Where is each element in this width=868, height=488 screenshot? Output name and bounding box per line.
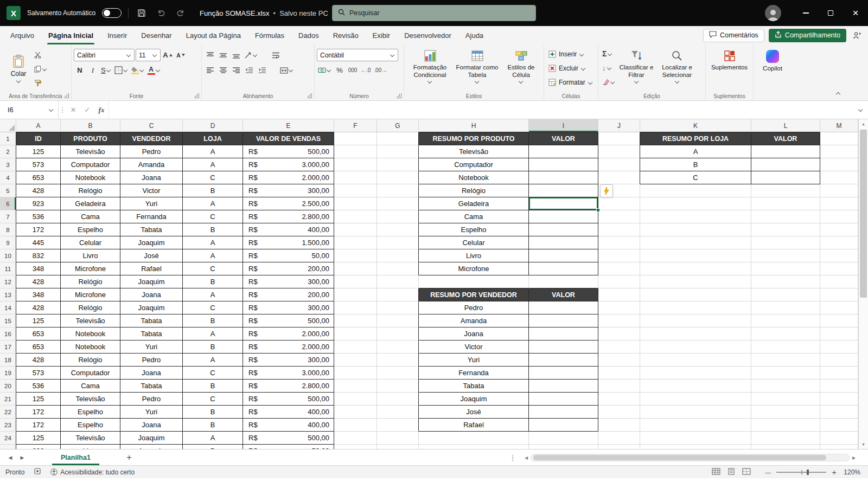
row-header-24[interactable]: 24 bbox=[0, 432, 16, 445]
decrease-indent-button[interactable] bbox=[243, 64, 255, 76]
page-break-view-button[interactable] bbox=[742, 468, 751, 477]
cell-D3[interactable]: A bbox=[183, 158, 243, 171]
row-header-25[interactable]: 25 bbox=[0, 445, 16, 449]
cell-F17[interactable] bbox=[334, 341, 377, 354]
cell-K21[interactable] bbox=[640, 393, 751, 406]
cell-J6[interactable] bbox=[598, 197, 640, 210]
row-header-18[interactable]: 18 bbox=[0, 354, 16, 367]
cell-I13[interactable]: VALOR bbox=[529, 288, 598, 301]
cell-C22[interactable]: Yuri bbox=[120, 406, 183, 419]
cell-C14[interactable]: Joaquim bbox=[120, 301, 183, 314]
cell-G4[interactable] bbox=[377, 171, 419, 184]
cell-D14[interactable]: C bbox=[183, 301, 243, 314]
cell-G2[interactable] bbox=[377, 145, 419, 158]
cell-A18[interactable]: 428 bbox=[16, 354, 61, 367]
cell-G1[interactable] bbox=[377, 132, 419, 145]
cell-E1[interactable]: VALOR DE VENDAS bbox=[243, 132, 334, 145]
search-box[interactable]: Pesquisar bbox=[332, 5, 536, 21]
cell-I11[interactable] bbox=[529, 262, 598, 275]
horizontal-scroll-thumb[interactable] bbox=[533, 455, 826, 460]
cell-I6[interactable] bbox=[529, 197, 598, 210]
ribbon-tab-página-inicial[interactable]: Página Inicial bbox=[41, 26, 100, 44]
cell-M5[interactable] bbox=[820, 184, 858, 197]
cell-M15[interactable] bbox=[820, 314, 858, 328]
row-header-17[interactable]: 17 bbox=[0, 341, 16, 354]
cell-I4[interactable] bbox=[529, 171, 598, 184]
cell-H3[interactable]: Computador bbox=[419, 158, 529, 171]
font-dialog-launcher-icon[interactable] bbox=[194, 93, 199, 98]
row-header-20[interactable]: 20 bbox=[0, 380, 16, 393]
cell-B4[interactable]: Notebook bbox=[61, 171, 120, 184]
column-header-D[interactable]: D bbox=[183, 119, 243, 132]
cell-E21[interactable]: R$500,00 bbox=[243, 393, 334, 406]
scroll-down-icon[interactable] bbox=[859, 440, 868, 449]
cell-J24[interactable] bbox=[598, 432, 640, 445]
cell-I15[interactable] bbox=[529, 314, 598, 328]
cell-J14[interactable] bbox=[598, 301, 640, 314]
cell-D4[interactable]: C bbox=[183, 171, 243, 184]
align-left-button[interactable] bbox=[204, 64, 216, 76]
cell-L10[interactable] bbox=[751, 249, 820, 262]
cell-K5[interactable] bbox=[640, 184, 751, 197]
cell-I22[interactable] bbox=[529, 406, 598, 419]
cell-C9[interactable]: Joaquim bbox=[120, 236, 183, 249]
autosave-toggle[interactable] bbox=[102, 8, 122, 18]
excel-logo-icon[interactable]: X bbox=[7, 6, 21, 20]
row-header-16[interactable]: 16 bbox=[0, 328, 16, 341]
cell-C19[interactable]: Joana bbox=[120, 367, 183, 380]
align-bottom-button[interactable] bbox=[230, 49, 242, 61]
cell-K4[interactable]: C bbox=[640, 171, 751, 184]
sheet-tab-planilha1[interactable]: Planilha1 bbox=[52, 450, 99, 465]
number-format-select[interactable]: Contábil bbox=[317, 49, 398, 61]
zoom-level[interactable]: 120% bbox=[842, 468, 860, 476]
cell-B15[interactable]: Televisão bbox=[61, 314, 120, 328]
cell-I5[interactable] bbox=[529, 184, 598, 197]
cell-F25[interactable] bbox=[334, 445, 377, 449]
underline-button[interactable]: S bbox=[100, 64, 112, 76]
cancel-entry-icon[interactable] bbox=[66, 101, 80, 119]
cell-H2[interactable]: Televisão bbox=[419, 145, 529, 158]
row-header-4[interactable]: 4 bbox=[0, 171, 16, 184]
cell-B9[interactable]: Celular bbox=[61, 236, 120, 249]
clear-button[interactable] bbox=[601, 76, 617, 88]
close-button[interactable] bbox=[843, 0, 868, 26]
cell-M20[interactable] bbox=[820, 380, 858, 393]
cell-G9[interactable] bbox=[377, 236, 419, 249]
grow-font-button[interactable]: A bbox=[162, 49, 174, 61]
cell-D17[interactable]: B bbox=[183, 341, 243, 354]
row-header-21[interactable]: 21 bbox=[0, 393, 16, 406]
cell-F3[interactable] bbox=[334, 158, 377, 171]
cell-J12[interactable] bbox=[598, 275, 640, 288]
cell-J8[interactable] bbox=[598, 223, 640, 236]
cell-G6[interactable] bbox=[377, 197, 419, 210]
cell-B23[interactable]: Espelho bbox=[61, 419, 120, 432]
cell-B1[interactable]: PRODUTO bbox=[61, 132, 120, 145]
cell-M12[interactable] bbox=[820, 275, 858, 288]
cell-C1[interactable]: VENDEDOR bbox=[120, 132, 183, 145]
cell-K22[interactable] bbox=[640, 406, 751, 419]
cell-K15[interactable] bbox=[640, 314, 751, 328]
cell-F16[interactable] bbox=[334, 328, 377, 341]
copilot-button[interactable]: Copilot bbox=[756, 47, 789, 91]
scroll-right-icon[interactable] bbox=[850, 452, 858, 463]
column-header-K[interactable]: K bbox=[640, 119, 751, 132]
cell-D8[interactable]: B bbox=[183, 223, 243, 236]
cell-F21[interactable] bbox=[334, 393, 377, 406]
row-header-22[interactable]: 22 bbox=[0, 406, 16, 419]
cell-B12[interactable]: Relógio bbox=[61, 275, 120, 288]
cell-D5[interactable]: B bbox=[183, 184, 243, 197]
cell-K23[interactable] bbox=[640, 419, 751, 432]
cell-L8[interactable] bbox=[751, 223, 820, 236]
cell-H5[interactable]: Relógio bbox=[419, 184, 529, 197]
cell-F13[interactable] bbox=[334, 288, 377, 301]
cell-H12[interactable] bbox=[419, 275, 529, 288]
column-header-C[interactable]: C bbox=[120, 119, 183, 132]
align-right-button[interactable] bbox=[230, 64, 242, 76]
cell-I2[interactable] bbox=[529, 145, 598, 158]
cell-H20[interactable]: Tabata bbox=[419, 380, 529, 393]
cell-F8[interactable] bbox=[334, 223, 377, 236]
clipboard-dialog-launcher-icon[interactable] bbox=[64, 93, 69, 98]
cell-C20[interactable]: Tabata bbox=[120, 380, 183, 393]
cell-B7[interactable]: Cama bbox=[61, 210, 120, 223]
cell-K2[interactable]: A bbox=[640, 145, 751, 158]
